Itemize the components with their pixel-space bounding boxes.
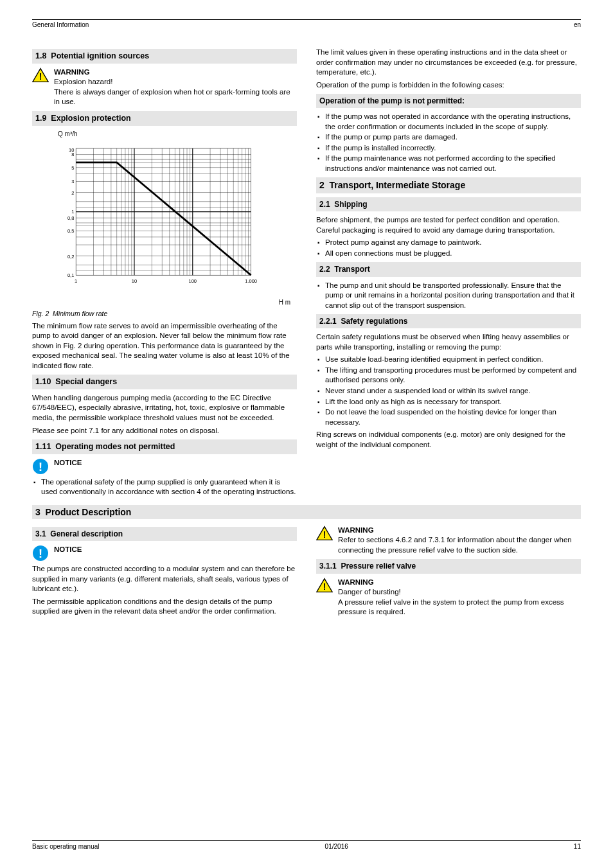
shipping-list: Protect pump against any damage to paint… (316, 238, 581, 258)
figure-label: Fig. 2 Minimum flow rate (32, 309, 297, 318)
footer-left: Basic operating manual (32, 843, 100, 850)
warning-line2: A pressure relief valve in the system to… (338, 598, 581, 617)
bottom-left: 3.1 General description ! NOTICE The pum… (32, 523, 297, 620)
svg-text:2: 2 (71, 191, 74, 197)
list-item: All open connections must be plugged. (316, 249, 581, 259)
svg-text:1: 1 (71, 209, 74, 215)
heading-pressure-relief-valve: 3.1.1 Pressure relief valve (316, 559, 581, 573)
svg-text:8: 8 (71, 152, 74, 157)
list-item: Do not leave the load suspended on the h… (316, 407, 581, 427)
safety-paragraph: Certain safety regulations must be obser… (316, 332, 581, 352)
list-item: Never stand under a suspended load or wi… (316, 386, 581, 396)
list-item: Protect pump against any damage to paint… (316, 238, 581, 248)
left-column: 1.8 Potential ignition sources ! WARNING… (32, 45, 297, 499)
heading-shipping: 2.1 Shipping (316, 197, 581, 211)
heading-product-description: 3 Product Description (32, 505, 581, 519)
shipping-paragraph: Before shipment, the pumps are tested fo… (316, 215, 581, 235)
svg-text:!: ! (323, 581, 326, 592)
list-item: Lift the load only as high as is necessa… (316, 397, 581, 407)
footer-page-number: 11 (574, 843, 581, 850)
notice-item: The operational safety of the pump suppl… (32, 477, 297, 497)
warning-bursting: ! WARNING Danger of bursting! A pressure… (316, 578, 581, 617)
special-dangers-p1: When handling dangerous pumping media (a… (32, 393, 297, 423)
warning-label: WARNING (54, 67, 297, 78)
notice-label: NOTICE (54, 545, 297, 555)
warning-ignition: ! WARNING Explosion hazard! There is alw… (32, 67, 297, 107)
svg-text:0,1: 0,1 (67, 272, 74, 278)
chart-y-axis-label: Q m³/h (58, 130, 297, 139)
heading-special-dangers: 1.10 Special dangers (32, 375, 297, 389)
warning-triangle-icon: ! (316, 578, 333, 593)
chart-x-axis-label: H m (58, 298, 290, 307)
chart-container: 10 8 5 3 2 1 0,8 0,5 0,2 0,1 1 10 100 1.… (58, 141, 297, 306)
heading-potential-ignition: 1.8 Potential ignition sources (32, 49, 297, 64)
svg-text:!: ! (39, 461, 42, 474)
list-item: The lifting and transporting procedures … (316, 366, 581, 385)
warning-text: Refer to sections 4.6.2 and 7.3.1 for in… (338, 535, 581, 555)
svg-text:100: 100 (189, 278, 197, 284)
heading-safety-regulations: 2.2.1 Safety regulations (316, 314, 581, 328)
notice-label: NOTICE (54, 458, 297, 468)
svg-text:3: 3 (71, 179, 74, 185)
list-item: If the pump was not operated in accordan… (316, 112, 581, 132)
header-section-label: General Information (32, 21, 89, 28)
warning-line2: There is always danger of explosion when… (54, 87, 297, 107)
svg-text:0,8: 0,8 (67, 215, 74, 221)
subheading-not-permitted: Operation of the pump is not permitted: (316, 94, 581, 108)
transport-list: The pump and unit should be transported … (316, 281, 581, 311)
warning-label: WARNING (338, 526, 581, 536)
right-column: The limit values given in these operatin… (316, 45, 581, 499)
list-item: Use suitable load-bearing identified equ… (316, 355, 581, 365)
notice-list: The operational safety of the pump suppl… (32, 477, 297, 497)
page-header: General Information en (32, 19, 581, 28)
warning-label: WARNING (338, 578, 581, 588)
svg-text:!: ! (39, 547, 42, 560)
not-permitted-list: If the pump was not operated in accordan… (316, 112, 581, 173)
bottom-right: ! WARNING Refer to sections 4.6.2 and 7.… (316, 523, 581, 620)
list-item: If the pump maintenance was not performe… (316, 154, 581, 173)
notice-circle-icon: ! (32, 458, 49, 475)
heading-transport-storage: 2 Transport, Intermediate Storage (316, 177, 581, 193)
notice-operating-modes: ! NOTICE (32, 458, 297, 475)
bottom-two-col: 3.1 General description ! NOTICE The pum… (32, 523, 581, 620)
heading-explosion-protection: 1.9 Explosion protection (32, 111, 297, 126)
svg-text:0,2: 0,2 (67, 254, 74, 260)
warning-line1: Explosion hazard! (54, 77, 297, 87)
notice-general-desc: ! NOTICE (32, 545, 297, 562)
desc-paragraph-2: The permissible application conditions a… (32, 597, 297, 617)
warning-triangle-icon: ! (32, 67, 49, 83)
warning-line1: Danger of bursting! (338, 587, 581, 598)
svg-text:5: 5 (71, 165, 74, 171)
warning-triangle-icon: ! (316, 526, 333, 541)
warning-pressure-relief-ref: ! WARNING Refer to sections 4.6.2 and 7.… (316, 526, 581, 556)
special-dangers-p2: Please see point 7.1 for any additional … (32, 426, 297, 436)
svg-text:!: ! (323, 529, 326, 540)
footer-center: 01/2016 (325, 843, 348, 850)
list-item: The pump and unit should be transported … (316, 281, 581, 311)
notice-circle-icon: ! (32, 545, 49, 562)
heading-transport: 2.2 Transport (316, 262, 581, 276)
page-footer: Basic operating manual 01/2016 11 (32, 840, 581, 850)
svg-text:0,5: 0,5 (67, 229, 74, 235)
svg-text:!: ! (39, 71, 42, 82)
figure-paragraph: The minimum flow rate serves to avoid an… (32, 321, 297, 371)
svg-text:1: 1 (75, 278, 77, 284)
list-item: If the pump is installed incorrectly. (316, 143, 581, 154)
main-content: 1.8 Potential ignition sources ! WARNING… (32, 45, 581, 499)
list-item: If the pump or pump parts are damaged. (316, 132, 581, 143)
svg-text:1.000: 1.000 (245, 278, 257, 284)
safety-list: Use suitable load-bearing identified equ… (316, 355, 581, 427)
forbidden-paragraph: Operation of the pump is forbidden in th… (316, 80, 581, 91)
limits-paragraph: The limit values given in these operatin… (316, 48, 581, 78)
header-lang: en (574, 21, 581, 28)
safety-paragraph-2: Ring screws on individual components (e.… (316, 430, 581, 450)
heading-operating-modes: 1.11 Operating modes not permitted (32, 439, 297, 454)
desc-paragraph-1: The pumps are constructed according to a… (32, 564, 297, 594)
minimum-flow-chart: 10 8 5 3 2 1 0,8 0,5 0,2 0,1 1 10 100 1.… (58, 141, 257, 295)
svg-text:10: 10 (132, 278, 137, 284)
heading-general-description: 3.1 General description (32, 527, 297, 541)
